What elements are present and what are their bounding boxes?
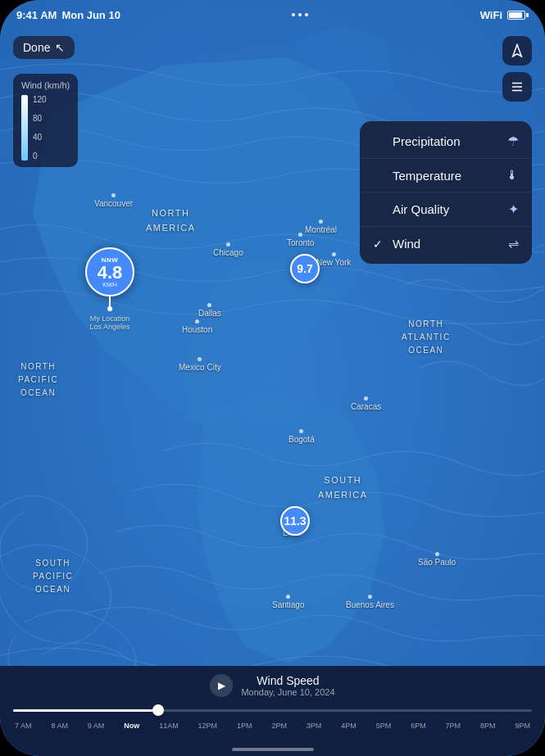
air-quality-label: Air Quality (393, 202, 449, 216)
wifi-icon: WiFi (480, 9, 502, 21)
time-label-1pm: 1PM (237, 722, 252, 730)
wind-bubble-small-2: 11.3 (280, 506, 310, 536)
layers-icon (510, 79, 525, 94)
wind-bubble-pin: NNW 4.8 KM/H (85, 247, 134, 297)
temperature-label: Temperature (393, 169, 461, 183)
home-indicator (232, 748, 314, 751)
status-icons: WiFi (480, 9, 529, 21)
wind-speed-unit: KM/H (102, 282, 117, 287)
date-display: Mon Jun 10 (61, 9, 120, 21)
done-button[interactable]: Done ↖ (13, 36, 75, 59)
dot-2 (298, 13, 302, 16)
wind-label-80: 80 (33, 114, 47, 123)
timeline-labels: 7 AM 8 AM 9 AM Now 11AM 12PM 1PM 2PM 3PM… (13, 722, 532, 730)
wind-label-40: 40 (33, 133, 47, 142)
play-button[interactable]: ▶ (210, 674, 233, 697)
device-frame: 9:41 AM Mon Jun 10 WiFi Done ↖ Wind (km/… (0, 0, 545, 756)
menu-item-wind[interactable]: ✓ Wind ⇌ (360, 227, 532, 260)
precipitation-icon: ☂ (507, 134, 519, 149)
time-label-5pm: 5PM (376, 722, 392, 730)
menu-item-air-quality[interactable]: Air Quality ✦ (360, 192, 532, 227)
timeline-slider[interactable] (13, 702, 532, 718)
time-label-2pm: 2PM (271, 722, 287, 730)
status-bar: 9:41 AM Mon Jun 10 WiFi (0, 0, 545, 29)
timeline-title-main: Wind Speed (241, 674, 334, 687)
status-dots (292, 13, 308, 16)
battery-icon (507, 11, 529, 20)
timeline-thumb[interactable] (152, 704, 164, 716)
wind-scale-labels: 120 80 40 0 (33, 95, 47, 161)
wind-bubble-small: 9.7 (290, 254, 320, 283)
timeline-progress (13, 709, 158, 712)
air-quality-icon: ✦ (508, 201, 519, 217)
wind-label: Wind (393, 237, 420, 251)
timeline-header: ▶ Wind Speed Monday, June 10, 2024 (13, 674, 532, 697)
timeline-subtitle: Monday, June 10, 2024 (241, 687, 334, 697)
status-time: 9:41 AM Mon Jun 10 (16, 9, 120, 21)
time-label-8pm: 8PM (480, 722, 496, 730)
wind-speed-value: 4.8 (98, 264, 123, 282)
time-display: 9:41 AM (16, 9, 57, 21)
map-background (0, 0, 545, 756)
wind-bubble-tail (109, 297, 111, 306)
wind-check: ✓ (373, 238, 386, 251)
time-label-3pm: 3PM (307, 722, 322, 730)
time-label-12pm: 12PM (198, 722, 218, 730)
time-label-now: Now (124, 722, 139, 730)
time-label-4pm: 4PM (341, 722, 357, 730)
timeline-title: Wind Speed Monday, June 10, 2024 (241, 674, 334, 697)
done-label: Done (23, 41, 50, 54)
time-label-6pm: 6PM (411, 722, 426, 730)
wind-bar (21, 95, 28, 161)
wind-bubble-dot (107, 306, 112, 311)
menu-item-temperature[interactable]: Temperature 🌡 (360, 159, 532, 192)
dot-3 (305, 13, 308, 16)
wind-bubble-small-2-pin: 11.3 (280, 506, 310, 536)
wind-legend: Wind (km/h) 120 80 40 0 (13, 74, 78, 167)
temperature-icon: 🌡 (506, 168, 519, 183)
wind-speed-small-2: 11.3 (284, 514, 306, 527)
location-button[interactable] (502, 36, 532, 66)
time-label-7am: 7 AM (15, 722, 32, 730)
wind-bubble-main: NNW 4.8 KM/H My LocationLos Angeles (85, 247, 134, 331)
wind-icon: ⇌ (508, 236, 519, 251)
menu-item-precipitation[interactable]: Precipitation ☂ (360, 124, 532, 159)
dot-1 (292, 13, 295, 16)
time-label-11am: 11AM (159, 722, 179, 730)
cursor-icon: ↖ (55, 41, 65, 54)
wind-legend-title: Wind (km/h) (21, 80, 70, 90)
time-label-8am: 8 AM (51, 722, 68, 730)
timeline-bar: ▶ Wind Speed Monday, June 10, 2024 7 AM … (0, 666, 545, 756)
wind-bubble-location: My LocationLos Angeles (85, 315, 134, 331)
precipitation-label: Precipitation (393, 134, 461, 148)
layer-dropdown: Precipitation ☂ Temperature 🌡 Air Qualit… (360, 121, 532, 264)
wind-flow-lines (0, 0, 545, 756)
layers-button[interactable] (502, 72, 532, 102)
wind-label-0: 0 (33, 152, 47, 161)
time-label-7pm: 7PM (446, 722, 461, 730)
location-icon (510, 43, 525, 58)
wind-speed-small: 9.7 (297, 262, 312, 275)
time-label-9am: 9 AM (88, 722, 105, 730)
wind-bubble-small-pin: 9.7 (290, 254, 320, 283)
top-right-controls (502, 36, 532, 102)
time-label-9pm: 9PM (515, 722, 530, 730)
play-icon: ▶ (218, 680, 225, 691)
wind-label-120: 120 (33, 95, 47, 104)
